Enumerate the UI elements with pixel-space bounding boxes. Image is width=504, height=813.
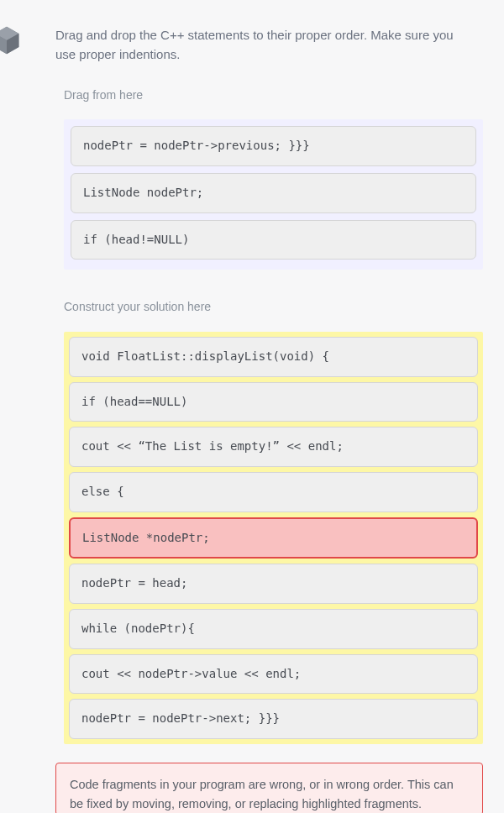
solution-code-block[interactable]: nodePtr = head; bbox=[69, 564, 478, 604]
error-feedback-box: Code fragments in your program are wrong… bbox=[55, 763, 483, 813]
instructions-text: Drag and drop the C++ statements to thei… bbox=[55, 25, 483, 65]
exercise-content: Drag and drop the C++ statements to thei… bbox=[0, 0, 504, 813]
solution-code-block[interactable]: nodePtr = nodePtr->next; }}} bbox=[69, 699, 478, 739]
drag-source-area[interactable]: nodePtr = nodePtr->previous; }}} ListNod… bbox=[64, 119, 483, 270]
solution-drop-area[interactable]: void FloatList::displayList(void) { if (… bbox=[64, 332, 483, 744]
source-code-block[interactable]: if (head!=NULL) bbox=[71, 220, 476, 260]
source-code-block[interactable]: ListNode nodePtr; bbox=[71, 173, 476, 213]
solution-code-block[interactable]: void FloatList::displayList(void) { bbox=[69, 337, 478, 377]
cube-icon bbox=[0, 25, 22, 55]
source-code-block[interactable]: nodePtr = nodePtr->previous; }}} bbox=[71, 126, 476, 166]
solution-code-block[interactable]: while (nodePtr){ bbox=[69, 609, 478, 649]
drag-source-label: Drag from here bbox=[64, 87, 483, 105]
solution-code-block[interactable]: cout << “The List is empty!” << endl; bbox=[69, 427, 478, 467]
solution-area-label: Construct your solution here bbox=[64, 298, 483, 317]
solution-code-block-error[interactable]: ListNode *nodePtr; bbox=[69, 517, 478, 559]
solution-code-block[interactable]: else { bbox=[69, 472, 478, 512]
solution-code-block[interactable]: cout << nodePtr->value << endl; bbox=[69, 654, 478, 695]
solution-code-block[interactable]: if (head==NULL) bbox=[69, 382, 478, 422]
